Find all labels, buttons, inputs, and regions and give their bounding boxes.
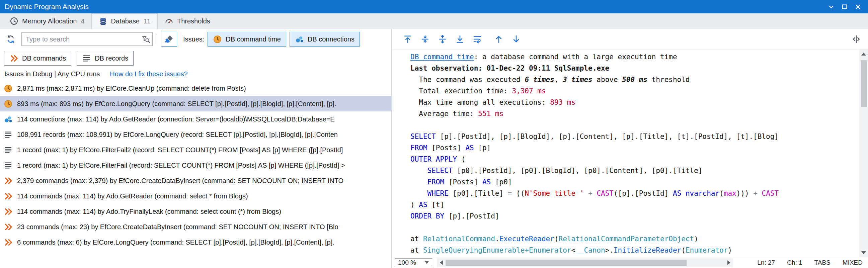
highlight-issues-button[interactable]: [161, 32, 177, 46]
horizontal-scrollbar[interactable]: [437, 258, 733, 267]
issue-row[interactable]: 2,379 commands (max: 2,379) by EfCore.Cr…: [0, 173, 391, 188]
issue-row[interactable]: 893 ms (max: 893 ms) by EfCore.LongQuery…: [0, 96, 391, 111]
issue-text: 6 commands (max: 6) by EfCore.LongQuery …: [17, 239, 334, 246]
records-icon: [82, 54, 91, 63]
commands-icon: [4, 192, 13, 201]
issue-type-link[interactable]: DB command time: [410, 53, 474, 61]
maximize-icon: [840, 2, 849, 11]
mode-indicator: MIXED: [842, 259, 863, 266]
scroll-down-arrow[interactable]: [859, 248, 868, 257]
issues-toolbar: Issues: DB command time DB connections: [0, 29, 391, 49]
vertical-scrollbar[interactable]: [859, 49, 868, 257]
detail-toolbar: [392, 29, 868, 49]
column-indicator: Ch: 1: [787, 259, 802, 266]
editor-line: ORDER BY [p].[PostId]: [410, 210, 859, 222]
editor-line: Max time among all executions: 893 ms: [410, 97, 859, 108]
editor-line: ) AS [t]: [410, 199, 859, 210]
thresholds-gauge-icon: [164, 16, 174, 26]
zoom-select[interactable]: 100 %: [395, 258, 432, 267]
word-wrap-button[interactable]: [470, 31, 485, 47]
connections-icon: [4, 115, 13, 124]
issue-row[interactable]: 1 record (max: 1) by EfCore.FilterFail (…: [0, 158, 391, 173]
filter-db-commands[interactable]: DB commands: [4, 51, 71, 66]
scroll-up-arrow[interactable]: [859, 49, 868, 58]
chip-label: DB connections: [308, 35, 354, 43]
tab-label: Memory Allocation: [22, 18, 76, 25]
scroll-left-arrow[interactable]: [437, 258, 445, 267]
issue-text: 114 commands (max: 114) by Ado.GetReader…: [17, 192, 248, 200]
records-icon: [4, 130, 13, 139]
issue-text: 23 commands (max: 23) by EfCore.CreateDa…: [17, 223, 338, 231]
filter-db-command-time[interactable]: DB command time: [208, 32, 286, 46]
editor-line: WHERE [p0].[Title] = ((N'Some title ' + …: [410, 188, 859, 199]
issues-label: Issues:: [183, 35, 204, 43]
horizontal-scroll-thumb[interactable]: [445, 260, 687, 266]
commands-icon: [9, 54, 19, 63]
commands-icon: [4, 223, 13, 232]
tab-label: Thresholds: [177, 18, 210, 25]
chip-label: DB records: [95, 55, 128, 62]
type-filter-row: DB commands DB records: [0, 49, 391, 67]
issue-row[interactable]: 6 commands (max: 6) by EfCore.LongQuery …: [0, 235, 391, 250]
scope-row: Issues in Debug | Any CPU runs How do I …: [0, 67, 391, 80]
editor-line: [410, 222, 859, 233]
clock-icon: [4, 84, 13, 93]
tab-thresholds[interactable]: Thresholds: [158, 13, 217, 29]
detail-panel: DB command time: a database command with…: [392, 29, 868, 268]
editor-line: [410, 120, 859, 131]
scroll-to-top-button[interactable]: [400, 31, 415, 47]
issue-row[interactable]: 114 connections (max: 114) by Ado.GetRea…: [0, 111, 391, 127]
issue-row[interactable]: 2,871 ms (max: 2,871 ms) by EfCore.Clean…: [0, 80, 391, 96]
tab-count: 4: [81, 18, 84, 25]
expand-all-button[interactable]: [435, 31, 450, 47]
issue-text: 1 record (max: 1) by EfCore.FilterFail2 …: [17, 146, 343, 154]
toolbar-separator: [157, 34, 157, 44]
line-indicator: Ln: 27: [757, 259, 775, 266]
editor-line: Last observation: 01-Dec-22 09:11 SqlSam…: [410, 63, 859, 74]
refresh-button[interactable]: [3, 32, 18, 46]
issue-text: 114 connections (max: 114) by Ado.GetRea…: [17, 115, 335, 123]
editor-line: The command was executed 6 times, 3 time…: [410, 74, 859, 85]
brush-icon: [164, 34, 174, 44]
database-icon: [98, 17, 108, 26]
commands-icon: [4, 238, 13, 247]
previous-frame-button[interactable]: [491, 31, 506, 47]
issue-row[interactable]: 1 record (max: 1) by EfCore.FilterFail2 …: [0, 142, 391, 158]
tab-database[interactable]: Database 11: [91, 13, 158, 29]
split-view-button[interactable]: [848, 31, 864, 47]
filter-db-records[interactable]: DB records: [76, 51, 133, 66]
editor-line: Total execution time: 3,307 ms: [410, 85, 859, 97]
vertical-scroll-thumb[interactable]: [861, 60, 867, 107]
tabstrip: Memory Allocation 4 Database 11 Threshol…: [0, 13, 868, 29]
splitter-icon: [851, 34, 861, 44]
scroll-top-icon: [403, 34, 413, 44]
scroll-to-bottom-button[interactable]: [452, 31, 468, 47]
issue-row[interactable]: 108,991 records (max: 108,991) by EfCore…: [0, 127, 391, 142]
memory-allocation-icon: [9, 16, 19, 26]
next-frame-button[interactable]: [508, 31, 524, 47]
editor-line: SELECT [p0].[PostId], [p0].[BlogId], [p0…: [410, 165, 859, 176]
search-input[interactable]: [22, 35, 141, 43]
collapse-all-button[interactable]: [417, 31, 433, 47]
commands-icon: [4, 207, 13, 216]
editor-statusbar: 100 % Ln: 27 Ch: 1 TABS MIXED: [392, 257, 868, 268]
tabs-indicator: TABS: [814, 259, 831, 266]
issue-row[interactable]: 114 commands (max: 114) by Ado.TryFinall…: [0, 204, 391, 219]
scroll-right-arrow[interactable]: [724, 258, 733, 267]
editor-line: at SingleQueryingEnumerable+Enumerator<_…: [410, 256, 859, 257]
tab-count: 11: [144, 18, 151, 25]
commands-icon: [4, 176, 13, 186]
window-menu-button[interactable]: [825, 1, 838, 12]
chip-label: DB command time: [226, 35, 281, 43]
issue-detail-editor[interactable]: DB command time: a database command with…: [392, 49, 859, 257]
filter-db-connections[interactable]: DB connections: [289, 32, 360, 46]
maximize-button[interactable]: [838, 1, 851, 12]
search-filter-icon[interactable]: [141, 35, 150, 44]
close-button[interactable]: [851, 1, 865, 12]
editor-line: at RelationalCommand.ExecuteReader(Relat…: [410, 233, 859, 244]
issue-row[interactable]: 114 commands (max: 114) by Ado.GetReader…: [0, 188, 391, 204]
tab-memory-allocation[interactable]: Memory Allocation 4: [3, 13, 91, 29]
editor-line: OUTER APPLY (: [410, 154, 859, 165]
issue-row[interactable]: 23 commands (max: 23) by EfCore.CreateDa…: [0, 219, 391, 235]
fix-issues-link[interactable]: How do I fix these issues?: [110, 70, 187, 78]
